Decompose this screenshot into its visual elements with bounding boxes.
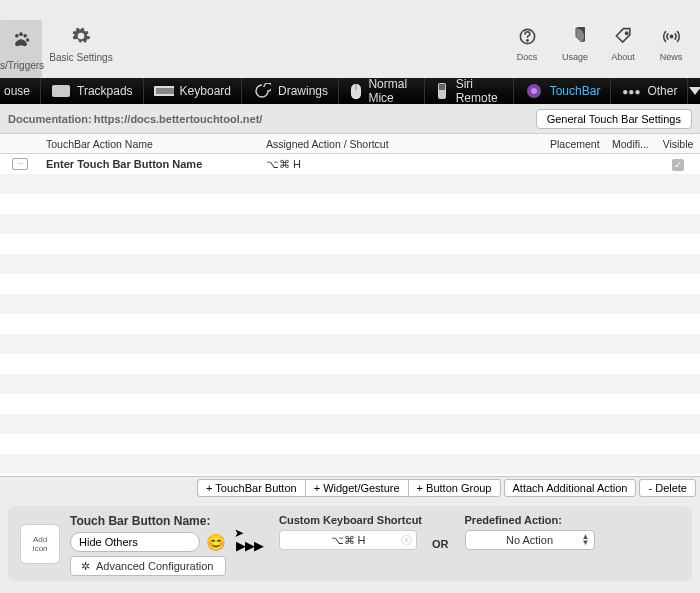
arrow-icon: ➤ ▶▶▶ bbox=[236, 538, 263, 553]
table-row bbox=[0, 294, 700, 314]
svg-point-6 bbox=[625, 32, 627, 34]
gear-icon: ✲ bbox=[81, 560, 90, 573]
editor-panel: Add Icon Touch Bar Button Name: 😊 ✲ Adva… bbox=[8, 506, 692, 581]
dots-icon: ●●● bbox=[621, 84, 641, 98]
gestures-label: s/Triggers bbox=[0, 60, 44, 71]
table-row bbox=[0, 254, 700, 274]
table-header: TouchBar Action Name Assigned Action / S… bbox=[0, 134, 700, 154]
table-row bbox=[0, 174, 700, 194]
news-button[interactable]: News bbox=[652, 20, 690, 62]
table-row bbox=[0, 234, 700, 254]
table-row bbox=[0, 314, 700, 334]
table-row bbox=[0, 194, 700, 214]
advanced-config-button[interactable]: ✲ Advanced Configuration bbox=[70, 556, 226, 576]
swirl-icon bbox=[252, 84, 272, 98]
or-label: OR bbox=[432, 538, 449, 550]
name-label: Touch Bar Button Name: bbox=[70, 514, 226, 528]
gear-icon bbox=[71, 24, 91, 48]
predef-label: Predefined Action: bbox=[465, 514, 595, 526]
cursor-icon: ➤ bbox=[234, 526, 243, 540]
emoji-picker-button[interactable]: 😊 bbox=[206, 533, 226, 552]
doc-prefix: Documentation: bbox=[8, 113, 92, 125]
table-row bbox=[0, 454, 700, 474]
docs-button[interactable]: Docs bbox=[508, 20, 546, 62]
delete-button[interactable]: - Delete bbox=[639, 479, 696, 497]
device-tabs: ouse Trackpads Keyboard Drawings Normal … bbox=[0, 78, 700, 104]
dropdown-triangle[interactable] bbox=[688, 78, 700, 104]
tab-other[interactable]: ●●● Other bbox=[611, 78, 688, 104]
predefined-action-select[interactable]: No Action ▲▼ bbox=[465, 530, 595, 550]
col-name[interactable]: TouchBar Action Name bbox=[40, 138, 260, 150]
svg-point-5 bbox=[526, 39, 527, 40]
shortcut-label: Custom Keyboard Shortcut bbox=[279, 514, 422, 526]
svg-rect-8 bbox=[52, 85, 70, 97]
button-name-input[interactable] bbox=[70, 532, 200, 552]
table-row[interactable]: ⋯ Enter Touch Bar Button Name ⌥⌘ H ✓ bbox=[0, 154, 700, 174]
keyboard-icon bbox=[154, 84, 174, 98]
add-icon-button[interactable]: Add Icon bbox=[20, 524, 60, 564]
table-body: ⋯ Enter Touch Bar Button Name ⌥⌘ H ✓ bbox=[0, 154, 700, 476]
clear-shortcut-button[interactable]: ⓧ bbox=[401, 533, 412, 548]
tab-drawings[interactable]: Drawings bbox=[242, 78, 339, 104]
tag-icon bbox=[614, 24, 633, 48]
mouse-icon bbox=[349, 84, 362, 98]
trackpad-icon bbox=[51, 84, 71, 98]
table-row bbox=[0, 274, 700, 294]
top-toolbar: Basic Settings s/Triggers Docs Usage Abo… bbox=[0, 0, 700, 78]
visible-checkbox[interactable]: ✓ bbox=[672, 159, 684, 171]
touchbar-icon bbox=[524, 84, 544, 98]
general-touchbar-settings-button[interactable]: General Touch Bar Settings bbox=[536, 109, 692, 129]
svg-point-0 bbox=[15, 34, 19, 38]
svg-point-15 bbox=[531, 88, 537, 94]
tab-keyboard[interactable]: Keyboard bbox=[144, 78, 242, 104]
remote-icon bbox=[435, 84, 450, 98]
table-row bbox=[0, 374, 700, 394]
col-modifiers[interactable]: Modifi... bbox=[606, 138, 656, 150]
table-row bbox=[0, 354, 700, 374]
add-widget-button[interactable]: + Widget/Gesture bbox=[305, 479, 408, 497]
basic-settings-label: Basic Settings bbox=[49, 52, 112, 63]
table-row bbox=[0, 394, 700, 414]
add-touchbar-button[interactable]: + TouchBar Button bbox=[197, 479, 305, 497]
row-icon: ⋯ bbox=[12, 158, 28, 170]
table-row bbox=[0, 434, 700, 454]
table-row bbox=[0, 214, 700, 234]
col-placement[interactable]: Placement bbox=[544, 138, 606, 150]
table-row bbox=[0, 334, 700, 354]
action-button-row: + TouchBar Button + Widget/Gesture + But… bbox=[0, 476, 700, 498]
help-icon bbox=[518, 24, 537, 48]
tab-magic-mouse[interactable]: ouse bbox=[0, 78, 41, 104]
svg-rect-13 bbox=[439, 84, 445, 90]
paw-icon bbox=[10, 28, 32, 52]
doc-link[interactable]: https://docs.bettertouchtool.net/ bbox=[94, 113, 263, 125]
table-row bbox=[0, 414, 700, 434]
col-assigned[interactable]: Assigned Action / Shortcut bbox=[260, 138, 544, 150]
about-button[interactable]: About bbox=[604, 20, 642, 62]
tab-trackpads[interactable]: Trackpads bbox=[41, 78, 144, 104]
documentation-row: Documentation: https://docs.bettertoucht… bbox=[0, 104, 700, 134]
row-name: Enter Touch Bar Button Name bbox=[40, 158, 260, 170]
svg-point-2 bbox=[23, 34, 27, 38]
tab-normal-mice[interactable]: Normal Mice bbox=[339, 78, 425, 104]
svg-point-1 bbox=[19, 32, 23, 36]
pie-chart-icon bbox=[566, 24, 585, 48]
add-button-group-button[interactable]: + Button Group bbox=[408, 479, 501, 497]
svg-point-7 bbox=[670, 35, 672, 37]
shortcut-input[interactable]: ⌥⌘ H ⓧ bbox=[279, 530, 417, 550]
basic-settings-tab[interactable]: Basic Settings bbox=[42, 20, 120, 63]
antenna-icon bbox=[662, 24, 681, 48]
usage-button[interactable]: Usage bbox=[556, 20, 594, 62]
col-visible[interactable]: Visible bbox=[656, 138, 700, 150]
right-toolbar: Docs Usage About News bbox=[508, 20, 690, 62]
select-arrows-icon: ▲▼ bbox=[582, 534, 590, 546]
tab-touchbar[interactable]: TouchBar bbox=[514, 78, 612, 104]
attach-action-button[interactable]: Attach Additional Action bbox=[504, 479, 637, 497]
tab-siri-remote[interactable]: Siri Remote bbox=[425, 78, 514, 104]
svg-rect-10 bbox=[156, 88, 174, 94]
svg-point-3 bbox=[26, 38, 29, 41]
row-assigned: ⌥⌘ H bbox=[260, 158, 544, 171]
